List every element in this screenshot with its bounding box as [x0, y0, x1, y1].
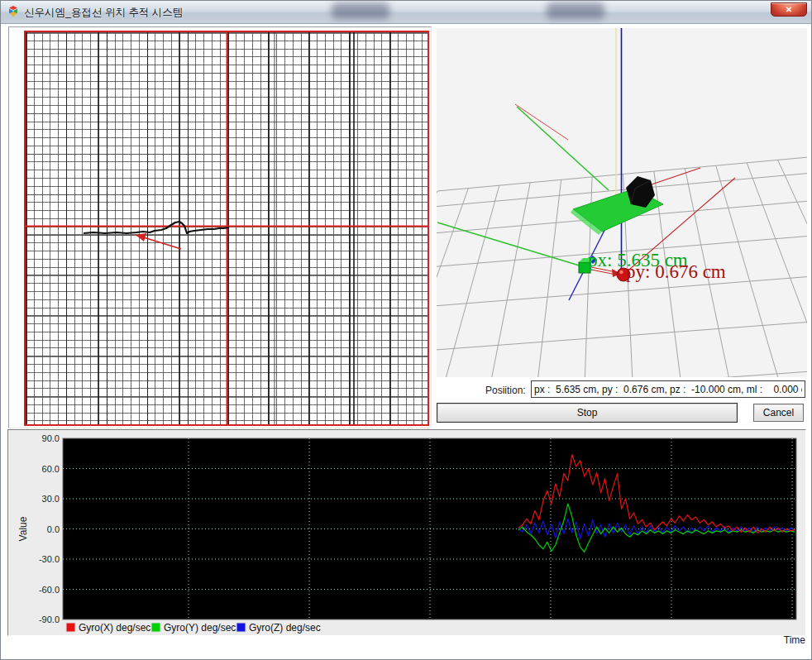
y-tick-label: -60.0: [39, 585, 60, 595]
window-title: 신우시엠_용접선 위치 추적 시스템: [24, 6, 183, 20]
app-icon: [7, 5, 20, 18]
legend-swatch: [236, 623, 246, 632]
cancel-button[interactable]: Cancel: [753, 404, 804, 422]
y-tick-label: 90.0: [42, 433, 60, 443]
view3d-panel[interactable]: px: 5.635 cm py: 0.676 cm: [437, 28, 807, 377]
app-window: 신우시엠_용접선 위치 추적 시스템 ✕ px: 5.635 cm py: 0.…: [0, 0, 812, 660]
label-py: py: 0.676 cm: [626, 261, 726, 282]
legend-label: Gyro(Z) deg/sec: [249, 622, 321, 634]
close-button[interactable]: ✕: [771, 2, 807, 17]
view3d-canvas[interactable]: px: 5.635 cm py: 0.676 cm: [437, 28, 807, 377]
y-tick-label: 60.0: [42, 464, 60, 474]
track-2d-graph-paper: [24, 31, 429, 426]
y-tick-label: 30.0: [42, 494, 60, 504]
gyro-chart-panel: 90.060.030.00.0-30.0-60.0-90.0ValueGyro(…: [7, 429, 806, 636]
legend-label: Gyro(Y) deg/sec: [164, 622, 236, 634]
titlebar-glass-artifact-1: [332, 2, 389, 19]
y-tick-label: 0.0: [47, 524, 60, 534]
position-input[interactable]: [531, 380, 805, 398]
y-tick-label: -90.0: [39, 615, 60, 624]
legend-swatch: [151, 623, 160, 632]
title-bar[interactable]: 신우시엠_용접선 위치 추적 시스템 ✕: [1, 1, 811, 24]
position-label: Posiition:: [485, 385, 528, 396]
track-trace: [84, 222, 229, 233]
y-tick-label: -30.0: [39, 554, 60, 564]
track-2d-panel: [8, 26, 432, 428]
stop-button[interactable]: Stop: [437, 403, 738, 423]
close-icon: ✕: [786, 5, 792, 14]
track-arrow-head: [136, 233, 146, 242]
y-axis-title: Value: [17, 516, 29, 541]
legend-swatch: [66, 623, 75, 632]
track-2d-overlay: [26, 32, 427, 424]
time-axis-label: Time: [764, 634, 805, 646]
legend-label: Gyro(X) deg/sec: [79, 622, 150, 634]
titlebar-glass-artifact-2: [547, 2, 604, 19]
gyro-chart-canvas: 90.060.030.00.0-30.0-60.0-90.0ValueGyro(…: [8, 430, 805, 635]
